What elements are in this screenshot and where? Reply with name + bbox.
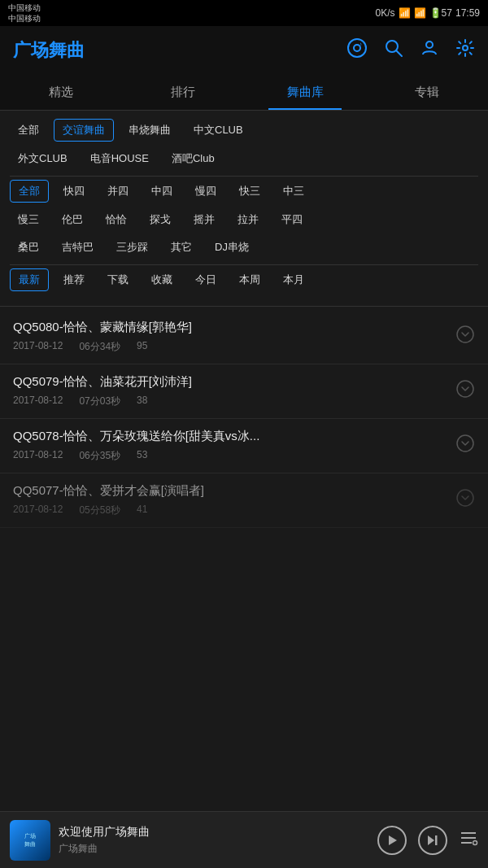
filter-lunba[interactable]: 伦巴 — [54, 209, 91, 230]
filter-mansan[interactable]: 慢三 — [10, 209, 47, 230]
filter-mansi[interactable]: 慢四 — [187, 181, 224, 202]
time-label: 17:59 — [455, 7, 480, 19]
next-button[interactable] — [418, 826, 447, 855]
filter-jiubaclub[interactable]: 酒吧Club — [163, 148, 223, 169]
song-downloads-4: 41 — [137, 504, 147, 517]
filter-dianyinhouse[interactable]: 电音HOUSE — [82, 148, 157, 169]
filter-kuaisi[interactable]: 快四 — [55, 181, 93, 202]
filter-row-3: 全部 快四 并四 中四 慢四 快三 中三 — [10, 180, 478, 203]
list-item[interactable]: QQ5078-恰恰、万朵玫瑰送给你[甜美真vs冰... 2017-08-12 0… — [0, 419, 488, 473]
song-meta-3: 2017-08-12 06分35秒 53 — [13, 449, 455, 463]
song-duration-1: 06分34秒 — [79, 340, 120, 354]
filter-row-4: 慢三 伦巴 恰恰 探戈 摇并 拉并 平四 — [10, 209, 478, 230]
filter-kuaisan[interactable]: 快三 — [231, 181, 268, 202]
divider-3 — [0, 306, 488, 307]
song-info-4: QQ5077-恰恰、爱拼才会赢[演唱者] 2017-08-12 05分58秒 4… — [13, 483, 455, 517]
filter-zhongsi[interactable]: 中四 — [143, 181, 181, 202]
filter-collect[interactable]: 收藏 — [143, 269, 181, 290]
song-date-4: 2017-08-12 — [13, 504, 63, 517]
filter-today[interactable]: 今日 — [187, 269, 224, 290]
filter-jiteba[interactable]: 吉特巴 — [54, 237, 102, 258]
expand-icon-3[interactable] — [455, 434, 475, 458]
app-title: 广场舞曲 — [13, 38, 346, 63]
svg-point-6 — [463, 46, 468, 50]
signal-icon: 📶 — [414, 7, 426, 19]
svg-rect-13 — [435, 835, 438, 845]
tab-bar: 精选 排行 舞曲库 专辑 — [0, 75, 488, 111]
tab-featured[interactable]: 精选 — [0, 75, 122, 110]
song-meta-1: 2017-08-12 06分34秒 95 — [13, 340, 455, 354]
playlist-button[interactable] — [459, 828, 478, 853]
filter-djchuanshao[interactable]: DJ串烧 — [207, 237, 257, 258]
player-text: 欢迎使用广场舞曲 广场舞曲 — [59, 825, 377, 856]
filter-row-2: 外文CLUB 电音HOUSE 酒吧Club — [10, 148, 478, 169]
user-icon[interactable] — [420, 38, 439, 63]
svg-text:♪: ♪ — [359, 41, 362, 48]
carrier1-label: 中国移动 — [8, 2, 41, 13]
song-downloads-1: 95 — [137, 340, 147, 354]
search-icon[interactable] — [384, 38, 403, 63]
expand-icon-1[interactable] — [455, 325, 475, 349]
svg-line-4 — [396, 50, 402, 56]
svg-point-17 — [473, 840, 477, 844]
list-item[interactable]: QQ5077-恰恰、爱拼才会赢[演唱者] 2017-08-12 05分58秒 4… — [0, 473, 488, 528]
svg-point-7 — [457, 326, 473, 342]
wifi-icon: 📶 — [399, 7, 411, 19]
song-info-2: QQ5079-恰恰、油菜花开[刘沛洋] 2017-08-12 07分03秒 38 — [13, 374, 455, 408]
svg-point-8 — [457, 381, 473, 397]
filter-chuanshao[interactable]: 串烧舞曲 — [120, 120, 179, 141]
filter-lab[interactable]: 拉并 — [229, 209, 267, 230]
settings-icon[interactable] — [455, 38, 475, 63]
song-meta-2: 2017-08-12 07分03秒 38 — [13, 395, 455, 408]
tab-album[interactable]: 专辑 — [366, 75, 488, 110]
divider-2 — [10, 264, 478, 265]
filter-download[interactable]: 下载 — [99, 269, 137, 290]
bottom-player: 广场 舞曲 欢迎使用广场舞曲 广场舞曲 — [0, 811, 488, 868]
filter-waiwenclub[interactable]: 外文CLUB — [10, 148, 76, 169]
filter-jiaoyiwuqu[interactable]: 交谊舞曲 — [54, 119, 114, 142]
expand-icon-4[interactable] — [455, 488, 475, 513]
player-title: 欢迎使用广场舞曲 — [59, 825, 377, 840]
svg-point-10 — [457, 490, 473, 506]
filter-row-6: 最新 推荐 下载 收藏 今日 本周 本月 — [10, 268, 478, 291]
filter-bingsi[interactable]: 并四 — [99, 181, 137, 202]
filter-newest[interactable]: 最新 — [10, 268, 49, 291]
song-info-1: QQ5080-恰恰、蒙藏情缘[郭艳华] 2017-08-12 06分34秒 95 — [13, 320, 455, 354]
filter-month[interactable]: 本月 — [275, 269, 312, 290]
play-button[interactable] — [377, 826, 407, 855]
expand-icon-2[interactable] — [455, 379, 475, 403]
song-date-2: 2017-08-12 — [13, 395, 63, 408]
song-title-3: QQ5078-恰恰、万朵玫瑰送给你[甜美真vs冰... — [13, 429, 455, 444]
header-icons: ♪ — [346, 37, 475, 63]
song-list: QQ5080-恰恰、蒙藏情缘[郭艳华] 2017-08-12 06分34秒 95… — [0, 310, 488, 528]
status-right: 0K/s 📶 📶 🔋57 17:59 — [376, 7, 480, 19]
filter-pingsi[interactable]: 平四 — [273, 209, 311, 230]
filter-section: 全部 交谊舞曲 串烧舞曲 中文CLUB 外文CLUB 电音HOUSE 酒吧Clu… — [0, 111, 488, 303]
filter-all-genre[interactable]: 全部 — [10, 120, 47, 141]
filter-zhongsan[interactable]: 中三 — [275, 181, 312, 202]
filter-row-5: 桑巴 吉特巴 三步踩 其它 DJ串烧 — [10, 237, 478, 258]
filter-week[interactable]: 本周 — [231, 269, 268, 290]
tab-ranking[interactable]: 排行 — [122, 75, 244, 110]
filter-all-dance[interactable]: 全部 — [10, 180, 49, 203]
song-downloads-3: 53 — [137, 449, 147, 463]
filter-sangba[interactable]: 桑巴 — [10, 237, 47, 258]
song-duration-3: 06分35秒 — [79, 449, 120, 463]
list-item[interactable]: QQ5079-恰恰、油菜花开[刘沛洋] 2017-08-12 07分03秒 38 — [0, 364, 488, 419]
tab-library[interactable]: 舞曲库 — [244, 75, 366, 110]
filter-sanbucai[interactable]: 三步踩 — [108, 237, 156, 258]
divider-1 — [10, 176, 478, 177]
song-title-2: QQ5079-恰恰、油菜花开[刘沛洋] — [13, 374, 455, 390]
filter-qiaqia[interactable]: 恰恰 — [98, 209, 135, 230]
filter-qita[interactable]: 其它 — [163, 237, 200, 258]
filter-yaob[interactable]: 摇并 — [185, 209, 223, 230]
svg-point-0 — [348, 39, 366, 57]
status-bar: 中国移动 中国移动 0K/s 📶 📶 🔋57 17:59 — [0, 0, 488, 26]
svg-marker-11 — [389, 835, 397, 845]
filter-recommend[interactable]: 推荐 — [55, 269, 93, 290]
filter-tange[interactable]: 探戈 — [142, 209, 179, 230]
list-item[interactable]: QQ5080-恰恰、蒙藏情缘[郭艳华] 2017-08-12 06分34秒 95 — [0, 310, 488, 364]
filter-zhongwenclub[interactable]: 中文CLUB — [185, 120, 251, 141]
header: 广场舞曲 ♪ — [0, 26, 488, 75]
disc-icon[interactable]: ♪ — [346, 37, 368, 63]
